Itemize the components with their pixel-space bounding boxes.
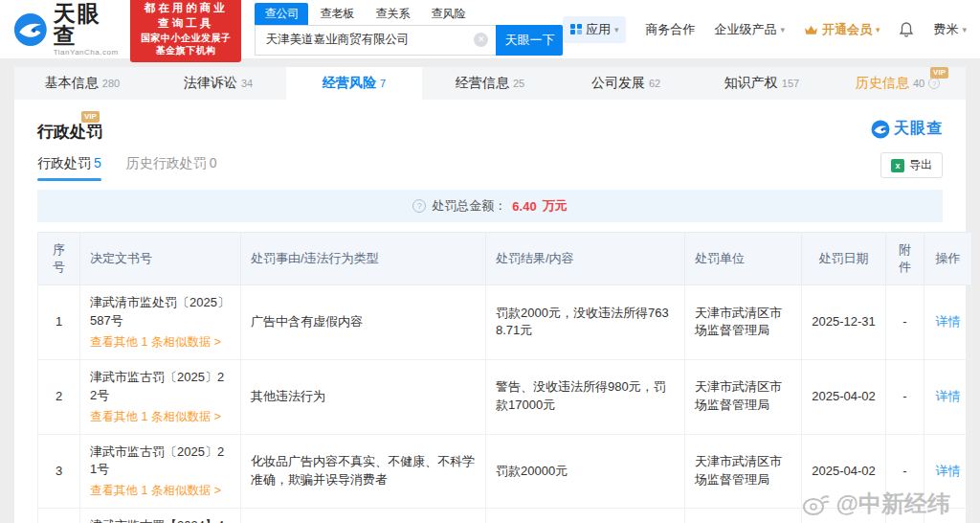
col-doc: 决定文书号	[80, 233, 241, 285]
cell-reason: 其他违法行为	[241, 359, 486, 434]
table-row: 4 津武市监古罚【2024】49号 查看其他 1 条相似数据 > 销售未备案的普…	[38, 509, 972, 523]
tab-label: 法律诉讼	[184, 75, 237, 92]
company-tabbar: 基本信息 280 法律诉讼 34 经营风险 7 经营信息 25 公司发展 62 …	[14, 67, 966, 100]
detail-link[interactable]: 详情	[936, 314, 961, 329]
cell-attachment: -	[886, 434, 924, 509]
nav-apps-label: 应用	[586, 21, 611, 38]
cell-result: 罚款2000元，没收违法所得7638.71元	[486, 285, 685, 360]
apps-grid-icon	[570, 24, 582, 35]
cell-no: 2	[38, 359, 80, 434]
tianyancha-watermark-logo: 天眼查	[871, 119, 943, 139]
nav-enterprise[interactable]: 企业级产品 ▾	[714, 21, 785, 38]
caret-down-icon: ▾	[614, 25, 619, 34]
clear-icon[interactable]: ✕	[474, 33, 488, 47]
cell-unit: 天津市武清区市场监督管理局	[685, 509, 802, 523]
section-title: 行政处罚	[37, 121, 102, 143]
caret-down-icon: ▾	[962, 25, 967, 34]
subtab-label: 行政处罚	[37, 155, 91, 171]
doc-number: 津武市监古罚〔2025〕21号	[90, 444, 224, 477]
col-result: 处罚结果/内容	[486, 233, 685, 285]
tab-label: 历史信息	[856, 75, 909, 92]
similar-data-link[interactable]: 查看其他 1 条相似数据 >	[90, 482, 231, 499]
tab-operating-info[interactable]: 经营信息 25	[422, 67, 558, 100]
subtab-history-penalty[interactable]: 历史行政处罚0	[126, 155, 217, 181]
table-row: 1 津武清市监处罚〔2025〕587号 查看其他 1 条相似数据 > 广告中含有…	[38, 285, 972, 360]
search-tab-boss[interactable]: 查老板	[310, 3, 364, 25]
similar-data-link[interactable]: 查看其他 1 条相似数据 >	[90, 408, 231, 425]
subtab-current-penalty[interactable]: 行政处罚5	[37, 155, 101, 181]
crown-icon	[804, 24, 818, 35]
section-head: VIP 行政处罚 天眼查	[37, 113, 943, 143]
subtab-count: 5	[94, 155, 101, 171]
search-input[interactable]	[255, 25, 496, 56]
tianyancha-logo[interactable]: 天眼查 TianYanCha.com	[13, 3, 121, 57]
search-tab-relation[interactable]: 查关系	[366, 3, 419, 25]
nav-open-vip[interactable]: 开通会员 ▾	[804, 21, 880, 38]
cell-result: 罚款20000元	[486, 434, 685, 509]
export-label: 导出	[909, 157, 932, 173]
cell-no: 1	[38, 285, 80, 360]
col-date: 处罚日期	[802, 233, 886, 285]
tab-history-info[interactable]: VIP 历史信息 40 ?	[830, 67, 966, 100]
tab-company-development[interactable]: 公司发展 62	[558, 67, 694, 100]
tab-legal-proceedings[interactable]: 法律诉讼 34	[150, 67, 286, 100]
detail-link[interactable]: 详情	[936, 389, 961, 403]
tab-operating-risk[interactable]: 经营风险 7	[286, 67, 422, 100]
bell-icon[interactable]	[899, 22, 914, 37]
slogan-line2: 国家中小企业发展子基金旗下机构	[138, 32, 234, 57]
nav-enterprise-label: 企业级产品	[714, 21, 776, 38]
page: 天眼查 TianYanCha.com 都在用的商业查询工具 国家中小企业发展子基…	[0, 0, 980, 523]
tab-count: 25	[513, 78, 524, 89]
subtab-row: 行政处罚5 历史行政处罚0 导出	[37, 152, 943, 184]
search-row: ✕ 天眼一下	[255, 25, 563, 56]
cell-unit: 天津市武清区市场监督管理局	[685, 285, 802, 360]
question-icon: ?	[412, 199, 426, 213]
col-no: 序号	[38, 233, 80, 285]
similar-data-link[interactable]: 查看其他 1 条相似数据 >	[90, 333, 231, 351]
table-row: 3 津武市监古罚〔2025〕21号 查看其他 1 条相似数据 > 化妆品广告内容…	[38, 434, 972, 509]
nav-user-name: 费米	[933, 21, 958, 38]
penalty-total-banner: ? 处罚总金额： 6.40 万元	[37, 190, 943, 222]
col-attachment: 附件	[886, 233, 924, 285]
tab-intellectual-property[interactable]: 知识产权 157	[694, 67, 830, 100]
search-tab-risk[interactable]: 查风险	[421, 3, 475, 25]
info-icon: ?	[928, 78, 940, 89]
cell-result: 没收违法所得2773.9元，罚款20000元	[486, 509, 685, 523]
cell-action: 详情	[924, 285, 972, 360]
excel-icon	[891, 159, 904, 172]
tianyancha-watermark-text: 天眼查	[894, 119, 943, 139]
cell-unit: 天津市武清区市场监督管理局	[685, 359, 802, 434]
brand-name: 天眼查	[54, 3, 121, 47]
cell-date: 2025-04-02	[802, 359, 886, 434]
cell-action: 详情	[924, 434, 972, 509]
cell-unit: 天津市武清区市场监督管理局	[685, 434, 802, 509]
company-tabbar-wrap: 基本信息 280 法律诉讼 34 经营风险 7 经营信息 25 公司发展 62 …	[0, 59, 980, 100]
col-action: 操作	[924, 233, 972, 285]
doc-number: 津武清市监处罚〔2025〕587号	[90, 295, 230, 328]
tab-label: 公司发展	[591, 75, 645, 92]
caret-down-icon: ▾	[876, 25, 880, 34]
detail-link[interactable]: 详情	[936, 464, 961, 478]
nav-user[interactable]: 费米 ▾	[933, 21, 967, 38]
tab-basic-info[interactable]: 基本信息 280	[14, 67, 150, 100]
cell-date: 2024-07-26	[802, 509, 886, 523]
cell-action: 详情	[924, 509, 972, 523]
col-unit: 处罚单位	[685, 233, 802, 285]
cell-reason: 化妆品广告内容不真实、不健康、不科学准确，欺骗并误导消费者	[241, 434, 486, 509]
col-reason: 处罚事由/违法行为类型	[241, 233, 486, 285]
tab-count: 7	[380, 78, 386, 89]
search-tab-company[interactable]: 查公司	[255, 3, 308, 25]
tab-count: 40	[913, 78, 924, 89]
nav-cooperation[interactable]: 商务合作	[645, 21, 695, 38]
cell-reason: 广告中含有虚假内容	[241, 285, 486, 360]
cell-attachment: -	[886, 509, 924, 523]
subtab-label: 历史行政处罚	[126, 155, 207, 171]
export-button[interactable]: 导出	[880, 152, 943, 178]
total-amount: 6.40	[512, 199, 536, 214]
penalty-table: 序号 决定文书号 处罚事由/违法行为类型 处罚结果/内容 处罚单位 处罚日期 附…	[37, 232, 972, 523]
search-button[interactable]: 天眼一下	[496, 25, 563, 56]
nav-apps[interactable]: 应用 ▾	[563, 16, 626, 43]
cell-doc: 津武清市监处罚〔2025〕587号 查看其他 1 条相似数据 >	[80, 285, 241, 360]
cell-reason: 销售未备案的普通化妆品	[241, 509, 486, 523]
cell-date: 2025-04-02	[802, 434, 886, 509]
